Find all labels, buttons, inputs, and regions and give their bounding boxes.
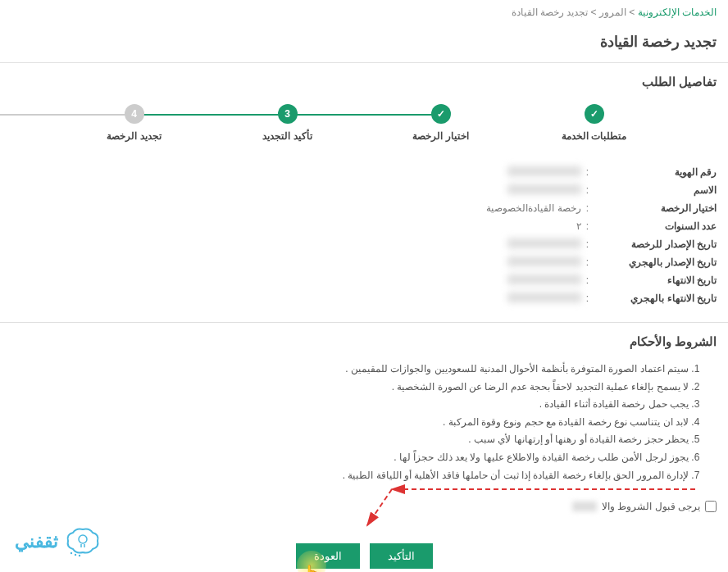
detail-label: تاريخ الإصدار بالهجري (594, 256, 717, 268)
detail-separator: : (586, 256, 589, 268)
detail-label: تاريخ الإصدار للرخصة (594, 238, 717, 250)
detail-separator: : (586, 202, 589, 214)
accept-terms-checkbox[interactable] (705, 501, 717, 512)
blurred-text (572, 502, 597, 511)
breadcrumb-link[interactable]: الخدمات الإلكترونية (638, 7, 717, 18)
breadcrumb: الخدمات الإلكترونية > المرور > تجديد رخص… (0, 0, 728, 25)
term-item: سيتم اعتماد الصورة المتوفرة بأنظمة الأحو… (25, 361, 689, 379)
accept-terms-row: يرجى قبول الشروط والا (0, 493, 728, 520)
svg-point-7 (79, 555, 80, 556)
breadcrumb-current: تجديد رخصة القيادة (512, 7, 589, 18)
breadcrumb-item[interactable]: المرور (599, 7, 626, 18)
blurred-value (507, 166, 581, 176)
step-number-icon: 3 (278, 104, 298, 124)
detail-row: تاريخ الإصدار للرخصة: (11, 235, 717, 253)
svg-point-2 (79, 535, 87, 543)
detail-row: الاسم: (11, 181, 717, 199)
detail-separator: : (586, 166, 589, 178)
detail-row: اختيار الرخصة:رخصة القيادةالخصوصية (11, 199, 717, 217)
detail-value: رخصة القيادةالخصوصية (486, 202, 580, 214)
detail-label: عدد السنوات (594, 220, 717, 232)
term-item: يجوز لرجل الأمن طلب رخصة القيادة والاطلا… (25, 449, 689, 467)
detail-row: عدد السنوات:٢ (11, 217, 717, 235)
detail-label: اختيار الرخصة (594, 202, 717, 214)
back-button[interactable]: العودة (296, 543, 360, 569)
check-icon: ✓ (585, 104, 604, 124)
stepper: ✓ متطلبات الخدمة ✓ اختيار الرخصة 3 تأكيد… (0, 98, 728, 157)
step-requirements: ✓ متطلبات الخدمة (517, 104, 671, 142)
detail-label: رقم الهوية (594, 166, 717, 178)
detail-separator: : (586, 238, 589, 250)
blurred-value (507, 184, 581, 194)
breadcrumb-sep: > (626, 7, 638, 18)
detail-separator: : (586, 220, 589, 232)
detail-row: رقم الهوية: (11, 163, 717, 181)
step-number-icon: 4 (125, 104, 144, 124)
logo: ثقفني (15, 526, 101, 557)
detail-separator: : (586, 184, 589, 196)
term-item: لا يسمح بإلغاء عملية التجديد لاحقاً بحجة… (25, 379, 689, 397)
detail-row: تاريخ الانتهاء بالهجري: (11, 289, 717, 307)
step-label: متطلبات الخدمة (562, 130, 626, 142)
detail-label: تاريخ الانتهاء بالهجري (594, 293, 717, 304)
step-label: تجديد الرخصة (107, 130, 161, 142)
accept-terms-label: يرجى قبول الشروط والا (602, 501, 700, 512)
blurred-value (507, 238, 581, 248)
section-details-title: تفاصيل الطلب (0, 63, 728, 98)
term-item: يجب حمل رخصة القيادة أثناء القيادة . (25, 396, 689, 414)
detail-value: ٢ (576, 220, 581, 232)
step-confirm-renewal: 3 تأكيد التجديد (211, 104, 364, 142)
detail-separator: : (586, 275, 589, 286)
page-title: تجديد رخصة القيادة (0, 25, 728, 63)
logo-text: ثقفني (15, 531, 58, 552)
term-item: لابد ان يتناسب نوع رخصة القيادة مع حجم و… (25, 414, 689, 432)
step-label: تأكيد التجديد (262, 130, 312, 142)
blurred-value (507, 275, 581, 284)
button-row: التأكيد العودة 👆 (0, 520, 728, 572)
detail-row: تاريخ الإصدار بالهجري: (11, 253, 717, 271)
svg-point-5 (71, 552, 72, 554)
blurred-value (507, 256, 581, 266)
step-renew-license: 4 تجديد الرخصة (57, 104, 211, 142)
detail-label: الاسم (594, 184, 717, 196)
details-list: رقم الهوية:الاسم:اختيار الرخصة:رخصة القي… (0, 157, 728, 314)
step-select-license: ✓ اختيار الرخصة (364, 104, 517, 142)
confirm-button[interactable]: التأكيد (370, 543, 433, 569)
term-item: يحظر حجز رخصة القيادة أو رهنها أو إرتهان… (25, 431, 689, 449)
term-item: لإدارة المرور الحق بإلغاء رخصة القيادة إ… (25, 467, 689, 485)
section-terms-title: الشروط والأحكام (0, 323, 728, 357)
detail-row: تاريخ الانتهاء: (11, 271, 717, 289)
svg-point-6 (75, 554, 76, 556)
breadcrumb-sep: > (588, 7, 599, 18)
check-icon: ✓ (431, 104, 451, 124)
lightbulb-icon (65, 526, 101, 557)
terms-list: سيتم اعتماد الصورة المتوفرة بأنظمة الأحو… (0, 357, 728, 493)
blurred-value (507, 293, 581, 302)
step-label: اختيار الرخصة (412, 130, 468, 142)
detail-label: تاريخ الانتهاء (594, 275, 717, 286)
detail-separator: : (586, 293, 589, 304)
